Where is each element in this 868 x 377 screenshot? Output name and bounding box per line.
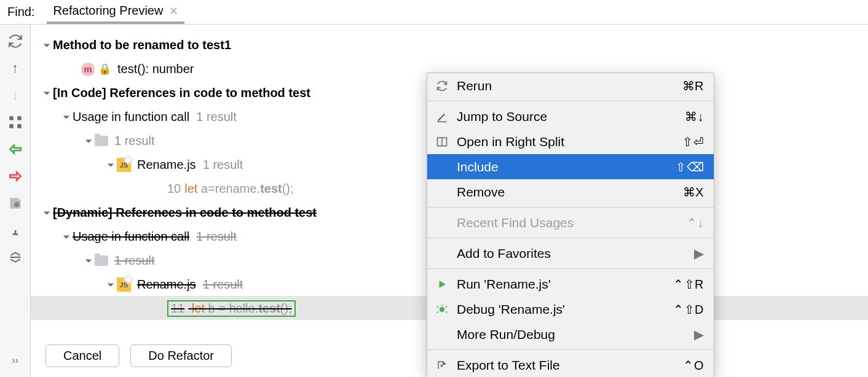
menu-label: More Run/Debug [457,327,687,342]
menu-label: Recent Find Usages [457,216,679,230]
menu-separator [427,101,714,101]
call: test [258,301,280,315]
menu-separator [427,207,714,208]
chevron-down-icon[interactable] [82,257,95,265]
tail: (); [282,182,294,196]
usage-count: 1 result [196,230,237,244]
menu-label: Run 'Rename.js' [457,277,666,292]
info-icon[interactable] [7,222,23,238]
find-label: Find: [0,5,47,19]
folder-count: 1 result [114,134,155,148]
rerun-icon[interactable] [7,33,23,49]
menu-shortcut: ⌃↓ [687,216,704,230]
group-icon[interactable] [7,114,23,130]
js-file-icon: JS [117,278,131,292]
heading-text: Method to be renamed to test1 [53,38,231,52]
chevron-down-icon[interactable] [41,41,53,50]
tail: (); [280,301,292,315]
menu-open-right-split[interactable]: Open in Right Split ⇧⏎ [427,129,714,154]
close-icon[interactable]: ✕ [169,4,178,18]
do-refactor-button[interactable]: Do Refactor [130,344,232,367]
obj: rename. [215,182,260,196]
menu-separator [427,349,714,350]
svg-point-4 [14,202,19,208]
menu-remove[interactable]: Remove ⌘X [427,179,714,204]
line-number: 10 [167,182,181,196]
menu-export-text-file[interactable]: Export to Text File ⌃O [427,352,714,377]
chevron-down-icon[interactable] [105,161,117,169]
menu-shortcut: ⌘↓ [685,109,704,124]
diff-in-icon[interactable] [7,141,23,157]
menu-recent-find-usages: Recent Find Usages ⌃↓ [427,210,714,235]
svg-line-14 [437,306,439,308]
arrow-up-icon[interactable]: ↑ [7,60,23,76]
menu-debug[interactable]: Debug 'Rename.js' ⌃⇧D [427,297,714,322]
chevron-down-icon[interactable] [60,113,73,122]
menu-jump-to-source[interactable]: Jump to Source ⌘↓ [427,104,714,129]
diff-out-icon[interactable] [7,168,23,184]
menu-label: Open in Right Split [457,134,675,149]
usage-label: Usage in function call [73,230,189,244]
menu-label: Debug 'Rename.js' [457,302,666,317]
usage-count: 1 result [196,110,237,124]
find-header: Find: Refactoring Preview ✕ [0,0,868,25]
svg-line-16 [437,311,439,313]
lock-icon: 🔒 [98,63,111,76]
menu-label: Jump to Source [457,109,677,124]
cancel-button[interactable]: Cancel [45,344,119,367]
tab-refactoring-preview[interactable]: Refactoring Preview ✕ [47,0,184,24]
menu-add-to-favorites[interactable]: Add to Favorites ▶ [427,241,714,266]
menu-separator [427,268,714,269]
context-menu: Rerun ⌘R Jump to Source ⌘↓ Open in Right… [427,72,714,377]
menu-shortcut: ⇧⏎ [682,134,704,149]
submenu-arrow-icon: ▶ [694,327,704,342]
menu-label: Rerun [457,79,675,93]
bug-icon [435,303,449,316]
menu-rerun[interactable]: Rerun ⌘R [427,73,714,98]
folder-count: 1 result [114,254,155,268]
preview-icon[interactable] [7,195,23,211]
menu-more-run-debug[interactable]: More Run/Debug ▶ [427,322,714,347]
menu-include[interactable]: Include ⇧⌫ [427,154,714,179]
call: test [260,182,282,196]
section-title: [In Code] References in code to method t… [53,86,310,100]
menu-label: Add to Favorites [457,246,687,261]
chevron-down-icon[interactable] [105,281,117,289]
svg-line-17 [446,311,448,313]
line-number: 11 [171,301,184,315]
submenu-arrow-icon: ▶ [694,246,704,261]
lhs: a [201,182,208,196]
tab-title: Refactoring Preview [53,4,163,18]
more-icon[interactable]: ›› [7,352,23,368]
play-icon [435,279,449,290]
menu-label: Include [457,160,668,174]
menu-separator [427,238,714,238]
lhs: b [208,301,215,315]
menu-shortcut: ⌃O [683,358,704,373]
excluded-code-box: 11 let b = hello.test(); [167,300,296,317]
svg-rect-3 [17,124,22,128]
rerun-icon [435,80,449,92]
svg-line-15 [446,306,448,308]
collapse-icon[interactable] [7,249,23,265]
svg-rect-1 [9,124,14,128]
split-icon [435,136,449,148]
chevron-down-icon[interactable] [60,233,73,241]
menu-run[interactable]: Run 'Rename.js' ⌃⇧R [427,271,714,297]
tree-heading[interactable]: Method to be renamed to test1 [37,33,868,57]
menu-shortcut: ⌃⇧R [673,277,704,292]
kw: let [184,182,197,196]
eq: = [215,301,229,315]
arrow-down-icon[interactable]: ↓ [7,87,23,103]
chevron-down-icon[interactable] [41,89,53,98]
obj: hello. [229,301,258,315]
file-name: Rename.js [137,158,196,172]
sidebar-toolstrip: ↑ ↓ ›› [0,25,31,377]
chevron-down-icon[interactable] [82,137,95,146]
menu-label: Remove [457,185,676,200]
svg-rect-0 [9,116,14,120]
chevron-down-icon[interactable] [41,209,53,217]
pencil-icon [435,111,449,123]
file-count: 1 result [203,278,243,292]
method-signature: test(): number [117,62,194,76]
